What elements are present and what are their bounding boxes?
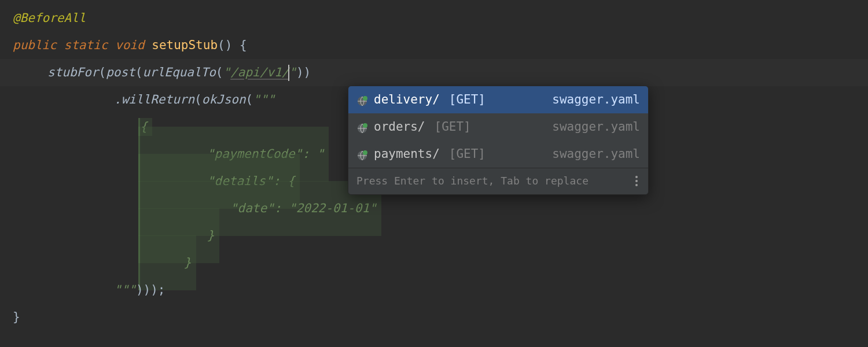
json-colon: : — [274, 201, 289, 215]
more-options-icon[interactable] — [633, 174, 640, 189]
code-line: public static void setupStub() { — [13, 32, 868, 59]
keyword-public: public — [13, 36, 57, 55]
json-brace-close: } — [207, 228, 215, 242]
string-open: " — [223, 64, 231, 82]
method-name: setupStub — [152, 36, 218, 55]
keyword-void: void — [115, 36, 145, 55]
brace-close: } — [13, 308, 20, 327]
completion-item-method: [GET] — [435, 118, 471, 136]
close-tail: ))); — [136, 281, 165, 300]
completion-popup[interactable]: delivery/[GET]swagger.yamlorders/[GET]sw… — [348, 86, 649, 195]
json-brace-close: } — [184, 256, 192, 270]
svg-point-3 — [363, 123, 367, 128]
completion-item-name: delivery/ — [374, 91, 440, 109]
completion-item-source: swagger.yaml — [552, 145, 640, 164]
url-string: /api/v1/ — [230, 64, 289, 82]
completion-hint-text: Press Enter to insert, Tab to replace — [356, 173, 589, 189]
completion-item[interactable]: orders/[GET]swagger.yaml — [348, 113, 648, 141]
keyword-static: static — [64, 36, 108, 55]
ident-willReturn: .willReturn — [114, 91, 194, 109]
json-colon: : — [302, 147, 317, 161]
annotation: @BeforeAll — [13, 9, 86, 28]
completion-item-method: [GET] — [449, 145, 486, 164]
completion-hint-bar: Press Enter to insert, Tab to replace — [348, 168, 648, 194]
code-line: """))); — [13, 276, 868, 304]
ident-post: post — [106, 64, 135, 82]
completion-item[interactable]: delivery/[GET]swagger.yaml — [348, 86, 648, 113]
json-val: " — [317, 147, 325, 161]
parens: () — [218, 36, 232, 55]
triple-quote-close: """ — [114, 281, 136, 300]
triple-quote-open: """ — [253, 91, 275, 109]
code-line: stubFor(post(urlEqualTo("/api/v1/")) — [13, 59, 868, 86]
globe-icon — [356, 121, 368, 133]
code-line: } — [13, 249, 868, 276]
globe-icon — [356, 94, 368, 106]
json-val: "2022-01-01" — [289, 201, 377, 215]
code-line: @BeforeAll — [13, 5, 868, 32]
ident-stubFor: stubFor — [47, 64, 99, 82]
completion-item-name: orders/ — [374, 118, 425, 136]
ident-urlEqualTo: urlEqualTo — [142, 64, 215, 82]
completion-item-name: payments/ — [374, 145, 440, 164]
ident-okJson: okJson — [202, 91, 246, 109]
completion-item-source: swagger.yaml — [552, 118, 640, 136]
completion-item[interactable]: payments/[GET]swagger.yaml — [348, 141, 648, 168]
svg-point-5 — [363, 150, 367, 155]
brace-open: { — [232, 36, 247, 55]
code-line: } — [13, 304, 868, 331]
completion-item-method: [GET] — [449, 91, 486, 109]
string-close: " — [289, 64, 296, 82]
globe-icon — [356, 149, 368, 160]
json-key: "date" — [230, 201, 274, 215]
svg-point-1 — [363, 96, 367, 101]
completion-item-source: swagger.yaml — [552, 91, 640, 109]
